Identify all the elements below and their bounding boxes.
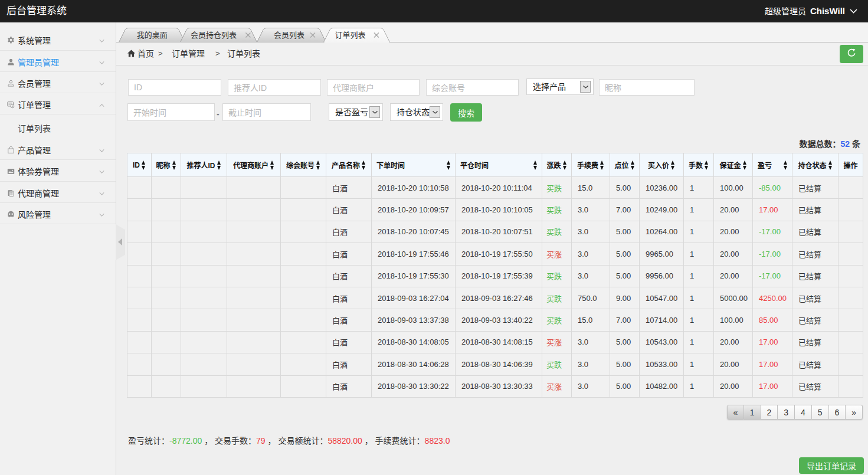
svg-text:我的桌面: 我的桌面 [137,31,168,40]
svg-text:会员持仓列表: 会员持仓列表 [191,31,237,40]
svg-text:订单列表: 订单列表 [335,31,365,40]
svg-text:会员列表: 会员列表 [274,31,304,40]
